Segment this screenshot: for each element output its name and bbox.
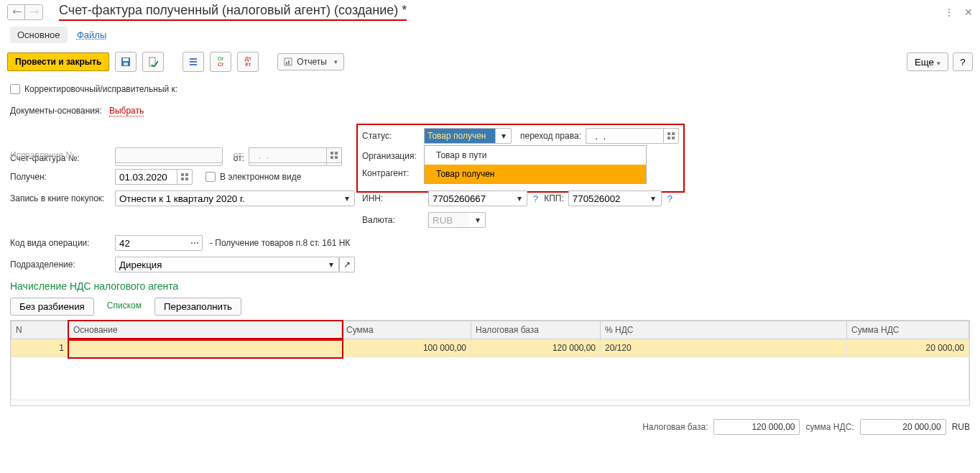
status-label: Статус: [362, 131, 420, 141]
inn-field[interactable] [428, 190, 512, 206]
book-field[interactable] [115, 190, 339, 206]
currency-field [428, 212, 470, 228]
received-date-field[interactable] [115, 169, 177, 185]
list-icon [188, 57, 198, 67]
cell-n[interactable]: 1 [11, 339, 69, 357]
cell-sum[interactable]: 100 000,00 [342, 339, 471, 357]
book-label: Запись в книге покупок: [10, 193, 111, 203]
col-basis[interactable]: Основание [69, 321, 342, 339]
calendar-icon [667, 132, 675, 139]
no-split-button[interactable]: Без разбиения [10, 298, 94, 316]
status-option-transit[interactable]: Товар в пути [425, 146, 646, 165]
help-button[interactable]: ? [953, 52, 973, 71]
reports-button[interactable]: Отчеты [277, 53, 343, 70]
page-title: Счет-фактура полученный (налоговый агент… [56, 3, 410, 21]
tab-files[interactable]: Файлы [70, 27, 114, 43]
as-list-link[interactable]: Списком [100, 298, 149, 316]
kpp-label: КПП: [544, 193, 564, 203]
currency-dropdown-btn[interactable]: ▾ [470, 212, 486, 228]
col-rate[interactable]: % НДС [601, 321, 847, 339]
inn-label: ИНН: [362, 193, 424, 203]
cell-basis[interactable] [69, 339, 342, 357]
rights-label: переход права: [520, 131, 581, 141]
footer-taxbase-value: 120 000,00 [713, 419, 800, 435]
cell-vat[interactable]: 20 000,00 [847, 339, 969, 357]
cell-taxbase[interactable]: 120 000,00 [471, 339, 601, 357]
save-button[interactable] [115, 52, 137, 72]
inn-help-icon[interactable]: ? [532, 193, 540, 204]
svg-rect-5 [190, 61, 197, 63]
correction-date-picker [326, 147, 342, 163]
kpp-field[interactable] [568, 190, 646, 206]
calendar-icon [181, 173, 188, 180]
status-dropdown-btn[interactable]: ▾ [496, 128, 512, 144]
table-row[interactable]: 1 100 000,00 120 000,00 20/120 20 000,00 [11, 339, 969, 357]
status-dropdown-list[interactable]: Товар в пути Товар получен [424, 145, 647, 184]
opcode-lookup-btn[interactable]: ⋯ [187, 235, 203, 251]
col-vat[interactable]: Сумма НДС [847, 321, 969, 339]
received-date-picker[interactable] [177, 169, 193, 185]
col-n[interactable]: N [11, 321, 69, 339]
nav-arrows[interactable]: 🡐 🡒 [7, 4, 43, 20]
correction-label: Исправление N: [10, 150, 111, 160]
vat-table[interactable]: N Основание Сумма Налоговая база % НДС С… [10, 320, 970, 406]
correction-num-field [115, 147, 223, 163]
electronic-label: В электронном виде [220, 172, 301, 182]
status-field[interactable]: Товар получен [424, 128, 496, 144]
document-check-icon [148, 57, 158, 67]
post-and-close-button[interactable]: Провести и закрыть [7, 52, 109, 71]
table-empty-area[interactable] [11, 357, 969, 400]
subdiv-dropdown-btn[interactable]: ▾ [323, 257, 339, 272]
post-button[interactable] [142, 52, 164, 72]
dr-cr-icon: DrCr [218, 56, 223, 68]
inn-lookup-btn[interactable]: ▾ [512, 190, 527, 206]
subdiv-open-btn[interactable]: ↗ [339, 257, 355, 272]
dt-kt-icon: ДтКт [245, 56, 251, 68]
footer-taxbase-label: Налоговая база: [642, 422, 708, 432]
opcode-description: - Получение товаров п.8 ст. 161 НК [210, 238, 350, 248]
refill-button[interactable]: Перезаполнить [154, 298, 241, 316]
col-sum[interactable]: Сумма [342, 321, 471, 339]
footer-vat-value: 20 000,00 [860, 419, 946, 435]
structure-button[interactable] [182, 52, 204, 72]
currency-label: Валюта: [362, 215, 424, 225]
kpp-help-icon[interactable]: ? [666, 193, 674, 204]
rights-date-field[interactable] [586, 128, 663, 144]
svg-rect-6 [190, 64, 197, 65]
status-option-received[interactable]: Товар получен [425, 165, 646, 183]
basis-docs-label: Документы-основания: [10, 106, 102, 116]
corrective-checkbox[interactable] [10, 84, 20, 94]
org-label: Организация: [362, 151, 420, 161]
cp-label: Контрагент: [362, 168, 420, 178]
footer-currency: RUB [952, 422, 970, 432]
subdiv-field[interactable] [115, 257, 323, 272]
vat-section-title: Начисление НДС налогового агента [10, 277, 970, 295]
col-taxbase[interactable]: Налоговая база [471, 321, 601, 339]
basis-select-link[interactable]: Выбрать [109, 106, 144, 116]
svg-rect-4 [190, 58, 197, 60]
book-dropdown-btn[interactable]: ▾ [339, 190, 355, 206]
correction-from-label: от: [227, 150, 244, 160]
cell-rate[interactable]: 20/120 [601, 339, 847, 357]
kpp-lookup-btn[interactable]: ▾ [646, 190, 662, 206]
rights-date-picker[interactable] [663, 128, 679, 144]
dt-kt-button[interactable]: ДтКт [237, 52, 259, 72]
opcode-label: Код вида операции: [10, 238, 111, 248]
svg-rect-2 [124, 63, 128, 65]
close-icon[interactable]: ✕ [964, 6, 973, 18]
nav-back-button[interactable]: 🡐 [8, 5, 25, 19]
dr-cr-button[interactable]: DrCr [210, 52, 231, 72]
report-icon [284, 58, 292, 66]
corrective-label: Корректировочный/исправительный к: [24, 84, 177, 94]
opcode-field[interactable] [115, 235, 187, 251]
subdiv-label: Подразделение: [10, 260, 111, 270]
footer-vat-label: сумма НДС: [805, 422, 854, 432]
more-button[interactable]: Еще [907, 52, 948, 71]
nav-forward-button[interactable]: 🡒 [25, 5, 42, 19]
correction-date-field [249, 147, 326, 163]
svg-rect-9 [288, 60, 290, 65]
electronic-checkbox[interactable] [205, 172, 216, 182]
tab-main[interactable]: Основное [10, 27, 68, 43]
svg-rect-8 [286, 62, 287, 65]
kebab-icon[interactable]: ⋮ [944, 6, 954, 18]
